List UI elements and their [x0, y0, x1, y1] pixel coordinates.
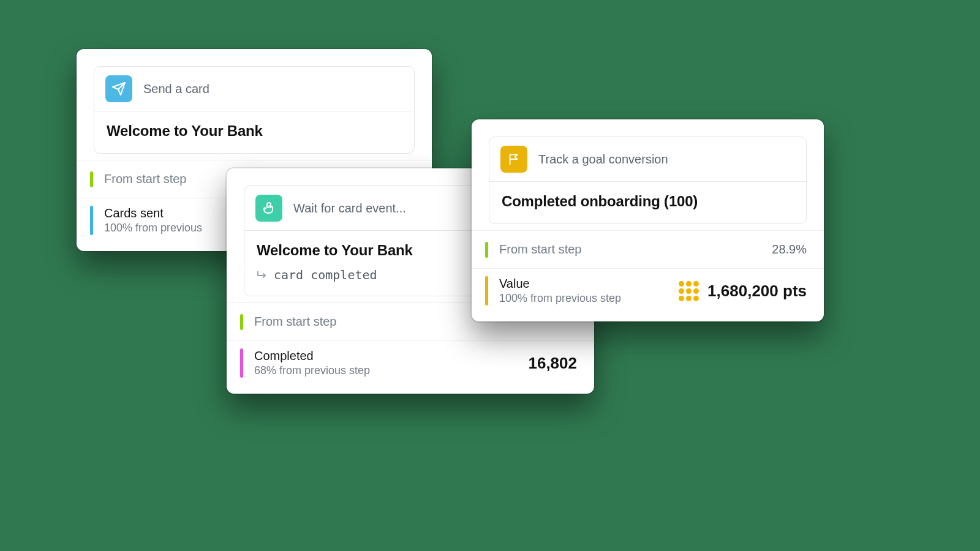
- stat-accent-bar: [485, 242, 488, 258]
- event-name: card completed: [274, 268, 377, 282]
- step-inner: Track a goal conversion Completed onboar…: [489, 137, 807, 224]
- stat-accent-bar: [485, 276, 488, 305]
- tap-icon: [255, 195, 282, 222]
- stat-label: From start step: [499, 242, 581, 257]
- step-header: Send a card: [94, 67, 414, 111]
- stat-value-row: Value 100% from previous step 1,680,200 …: [472, 268, 824, 313]
- flag-icon: [500, 146, 527, 173]
- step-body: Completed onboarding (100): [489, 182, 806, 223]
- stat-sublabel: 100% from previous: [104, 222, 202, 234]
- stat-label: From start step: [254, 315, 336, 329]
- stat-value: 16,802: [528, 354, 577, 373]
- stat-accent-bar: [90, 206, 93, 235]
- stat-sublabel: 100% from previous step: [499, 292, 621, 305]
- step-type-label: Send a card: [143, 82, 209, 96]
- stat-label: Value: [499, 277, 621, 291]
- stat-value: 28.9%: [772, 242, 807, 257]
- stat-accent-bar: [240, 348, 243, 378]
- step-title: Completed onboarding (100): [502, 193, 794, 210]
- stat-label: Cards sent: [104, 206, 202, 220]
- stat-accent-bar: [90, 171, 93, 187]
- paper-plane-icon: [105, 75, 132, 102]
- stat-label: From start step: [104, 172, 186, 186]
- step-body: Welcome to Your Bank: [94, 111, 414, 153]
- stat-value-text: 1,680,200 pts: [707, 282, 807, 301]
- step-header: Track a goal conversion: [489, 137, 806, 182]
- step-type-label: Track a goal conversion: [538, 152, 668, 167]
- coins-icon: [679, 281, 699, 301]
- step-type-label: Wait for card event...: [293, 201, 406, 216]
- step-inner: Send a card Welcome to Your Bank: [94, 66, 415, 154]
- stat-completed: Completed 68% from previous step 16,802: [227, 340, 594, 385]
- step-card-goal[interactable]: Track a goal conversion Completed onboar…: [472, 119, 824, 321]
- step-title: Welcome to Your Bank: [107, 122, 402, 140]
- stat-sublabel: 68% from previous step: [254, 364, 370, 377]
- stat-from-start: From start step 28.9%: [472, 230, 824, 268]
- sub-arrow-icon: [257, 271, 268, 279]
- stat-accent-bar: [240, 314, 243, 330]
- stat-label: Completed: [254, 349, 370, 363]
- stat-value: 1,680,200 pts: [679, 281, 807, 301]
